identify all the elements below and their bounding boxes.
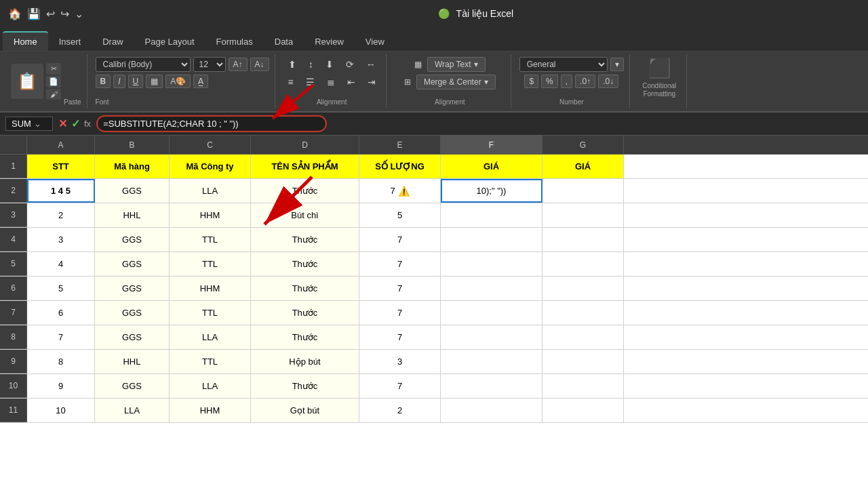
col-header-b[interactable]: B	[95, 136, 170, 154]
italic-button[interactable]: I	[113, 75, 125, 88]
cell-c9[interactable]: TTL	[170, 350, 251, 373]
cell-g3[interactable]	[542, 203, 624, 227]
tab-draw[interactable]: Draw	[92, 33, 134, 51]
cell-e9[interactable]: 3	[359, 350, 441, 373]
cell-g2[interactable]	[542, 179, 624, 203]
col-header-c[interactable]: C	[170, 136, 251, 154]
cell-e10[interactable]: 7	[359, 374, 441, 398]
font-size-select[interactable]: 12	[193, 57, 226, 72]
cell-d11[interactable]: Gọt bút	[251, 399, 359, 422]
cell-e1[interactable]: SỐ LƯỢNG	[359, 155, 441, 178]
cell-e5[interactable]: 7	[359, 252, 441, 276]
col-header-e[interactable]: E	[359, 136, 441, 154]
tab-home[interactable]: Home	[3, 31, 48, 51]
border-button[interactable]: ▦	[146, 75, 163, 88]
wrap-text-button[interactable]: Wrap Text ▾	[427, 57, 486, 72]
col-header-a[interactable]: A	[27, 136, 95, 154]
save-icon[interactable]: 💾	[27, 7, 41, 20]
align-center-button[interactable]: ☰	[301, 75, 319, 89]
cell-d2[interactable]: Thước	[251, 179, 359, 203]
format-painter-button[interactable]: 🖌	[46, 89, 61, 100]
cell-f8[interactable]	[441, 325, 542, 349]
undo-icon[interactable]: ↩	[46, 7, 55, 20]
decrease-font-button[interactable]: A↓	[250, 58, 269, 71]
cell-b4[interactable]: GGS	[95, 228, 170, 251]
col-header-d[interactable]: D	[251, 136, 359, 154]
cell-d5[interactable]: Thước	[251, 252, 359, 276]
formula-input[interactable]	[96, 115, 327, 132]
cell-c4[interactable]: TTL	[170, 228, 251, 251]
cell-d4[interactable]: Thước	[251, 228, 359, 251]
confirm-formula-button[interactable]: ✓	[71, 117, 80, 130]
cell-e4[interactable]: 7	[359, 228, 441, 251]
cell-a11[interactable]: 10	[27, 399, 95, 422]
merge-center-button[interactable]: Merge & Center ▾	[416, 75, 496, 89]
cell-b9[interactable]: HHL	[95, 350, 170, 373]
cut-button[interactable]: ✂	[46, 63, 61, 75]
fill-color-button[interactable]: A🎨	[165, 75, 191, 88]
redo-icon[interactable]: ↪	[60, 7, 69, 20]
cell-a7[interactable]: 6	[27, 301, 95, 325]
name-box[interactable]: SUM ⌄	[5, 117, 53, 131]
cell-g10[interactable]	[542, 374, 624, 398]
cell-e3[interactable]: 5	[359, 203, 441, 227]
cell-c1[interactable]: Mã Công ty	[170, 155, 251, 178]
cell-b5[interactable]: GGS	[95, 252, 170, 276]
tab-page-layout[interactable]: Page Layout	[134, 33, 205, 51]
cell-d9[interactable]: Hộp bút	[251, 350, 359, 373]
align-bottom-button[interactable]: ⬇	[321, 57, 338, 72]
align-middle-button[interactable]: ↕	[304, 57, 318, 72]
font-color-button[interactable]: A̲	[193, 75, 208, 88]
cell-f9[interactable]	[441, 350, 542, 373]
cell-a1[interactable]: STT	[27, 155, 95, 178]
number-format-down[interactable]: ▾	[610, 58, 624, 71]
cell-a8[interactable]: 7	[27, 325, 95, 349]
cell-c5[interactable]: TTL	[170, 252, 251, 276]
cell-c2[interactable]: LLA	[170, 179, 251, 203]
cell-a2[interactable]: 1 4 5	[27, 179, 95, 203]
cell-f11[interactable]	[441, 399, 542, 422]
cell-b2[interactable]: GGS	[95, 179, 170, 203]
align-left-button[interactable]: ≡	[283, 75, 298, 89]
font-family-select[interactable]: Calibri (Body)	[96, 57, 191, 72]
align-right-button[interactable]: ≣	[322, 75, 340, 89]
cell-c8[interactable]: LLA	[170, 325, 251, 349]
cell-c10[interactable]: LLA	[170, 374, 251, 398]
col-header-g[interactable]: G	[542, 136, 624, 154]
cell-e6[interactable]: 7	[359, 277, 441, 300]
cell-g11[interactable]	[542, 399, 624, 422]
cell-f4[interactable]	[441, 228, 542, 251]
cell-e11[interactable]: 2	[359, 399, 441, 422]
tab-review[interactable]: Review	[304, 33, 355, 51]
cell-b1[interactable]: Mã hàng	[95, 155, 170, 178]
cell-e8[interactable]: 7	[359, 325, 441, 349]
cell-a5[interactable]: 4	[27, 252, 95, 276]
cell-f1[interactable]: GIÁ	[441, 155, 542, 178]
cell-b3[interactable]: HHL	[95, 203, 170, 227]
cell-g1[interactable]: GIÁ	[542, 155, 624, 178]
cell-f6[interactable]	[441, 277, 542, 300]
insert-function-button[interactable]: fx	[84, 119, 91, 129]
cell-c11[interactable]: HHM	[170, 399, 251, 422]
cell-d7[interactable]: Thước	[251, 301, 359, 325]
cell-g8[interactable]	[542, 325, 624, 349]
align-top-button[interactable]: ⬆	[283, 57, 301, 72]
tab-insert[interactable]: Insert	[48, 33, 92, 51]
increase-font-button[interactable]: A↑	[229, 58, 248, 71]
cell-e2[interactable]: 7 ⚠️	[359, 179, 441, 203]
tab-view[interactable]: View	[355, 33, 395, 51]
cell-d1[interactable]: TÊN SẢN PHẨM	[251, 155, 359, 178]
cell-b7[interactable]: GGS	[95, 301, 170, 325]
cell-g5[interactable]	[542, 252, 624, 276]
copy-button[interactable]: 📄	[46, 76, 61, 87]
tab-data[interactable]: Data	[264, 33, 304, 51]
cell-c6[interactable]: HHM	[170, 277, 251, 300]
indent-button[interactable]: ↔	[361, 57, 380, 72]
cell-b8[interactable]: GGS	[95, 325, 170, 349]
cell-g4[interactable]	[542, 228, 624, 251]
decrease-indent-button[interactable]: ⇤	[342, 75, 360, 89]
cancel-formula-button[interactable]: ✕	[58, 117, 67, 130]
percent-button[interactable]: %	[541, 75, 558, 88]
text-direction-button[interactable]: ⟳	[341, 57, 359, 72]
cell-a9[interactable]: 8	[27, 350, 95, 373]
